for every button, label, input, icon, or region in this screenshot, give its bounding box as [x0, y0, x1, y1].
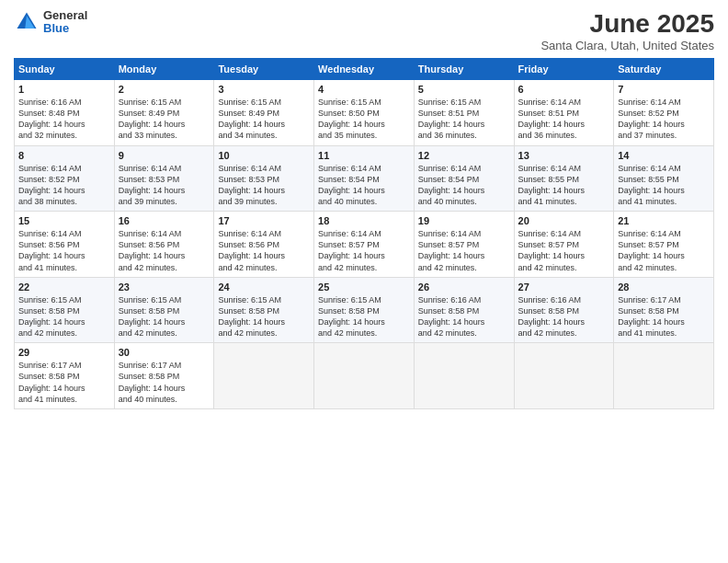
calendar-cell: 18Sunrise: 6:14 AMSunset: 8:57 PMDayligh… — [314, 212, 415, 278]
main-title: June 2025 — [540, 9, 714, 39]
calendar-cell: 29Sunrise: 6:17 AMSunset: 8:58 PMDayligh… — [15, 343, 115, 409]
calendar-cell: 5Sunrise: 6:15 AMSunset: 8:51 PMDaylight… — [414, 80, 514, 146]
day-number: 5 — [418, 84, 510, 95]
header-row: Sunday Monday Tuesday Wednesday Thursday… — [15, 59, 714, 80]
calendar-cell: 30Sunrise: 6:17 AMSunset: 8:58 PMDayligh… — [114, 343, 214, 409]
subtitle: Santa Clara, Utah, United States — [540, 39, 714, 52]
day-info: Sunrise: 6:14 AMSunset: 8:57 PMDaylight:… — [618, 228, 710, 273]
calendar-cell: 3Sunrise: 6:15 AMSunset: 8:49 PMDaylight… — [214, 80, 314, 146]
page: General Blue June 2025 Santa Clara, Utah… — [0, 0, 728, 563]
day-info: Sunrise: 6:17 AMSunset: 8:58 PMDaylight:… — [119, 360, 210, 405]
day-info: Sunrise: 6:16 AMSunset: 8:58 PMDaylight:… — [518, 294, 610, 339]
day-number: 13 — [518, 150, 610, 161]
calendar-cell: 27Sunrise: 6:16 AMSunset: 8:58 PMDayligh… — [514, 277, 614, 343]
day-number: 8 — [18, 150, 110, 161]
day-number: 26 — [418, 282, 510, 293]
calendar-cell: 7Sunrise: 6:14 AMSunset: 8:52 PMDaylight… — [614, 80, 714, 146]
day-info: Sunrise: 6:14 AMSunset: 8:55 PMDaylight:… — [518, 163, 610, 208]
day-number: 3 — [218, 84, 310, 95]
calendar-body: 1Sunrise: 6:16 AMSunset: 8:48 PMDaylight… — [15, 80, 714, 409]
day-info: Sunrise: 6:15 AMSunset: 8:58 PMDaylight:… — [318, 294, 410, 339]
day-info: Sunrise: 6:14 AMSunset: 8:57 PMDaylight:… — [418, 228, 510, 273]
logo-text: General Blue — [43, 9, 87, 36]
day-number: 21 — [618, 215, 710, 226]
day-number: 6 — [518, 84, 610, 95]
calendar-cell — [414, 343, 514, 409]
calendar-cell: 6Sunrise: 6:14 AMSunset: 8:51 PMDaylight… — [514, 80, 614, 146]
day-number: 22 — [18, 282, 110, 293]
col-friday: Friday — [514, 59, 614, 80]
day-info: Sunrise: 6:14 AMSunset: 8:56 PMDaylight:… — [119, 228, 210, 273]
day-info: Sunrise: 6:14 AMSunset: 8:54 PMDaylight:… — [318, 163, 410, 208]
day-info: Sunrise: 6:14 AMSunset: 8:53 PMDaylight:… — [218, 163, 310, 208]
day-info: Sunrise: 6:15 AMSunset: 8:49 PMDaylight:… — [218, 97, 310, 142]
col-saturday: Saturday — [614, 59, 714, 80]
day-info: Sunrise: 6:14 AMSunset: 8:57 PMDaylight:… — [318, 228, 410, 273]
calendar-table: Sunday Monday Tuesday Wednesday Thursday… — [14, 58, 714, 409]
day-number: 7 — [618, 84, 710, 95]
calendar-cell: 8Sunrise: 6:14 AMSunset: 8:52 PMDaylight… — [15, 145, 115, 212]
day-number: 10 — [218, 150, 310, 161]
calendar-week-5: 29Sunrise: 6:17 AMSunset: 8:58 PMDayligh… — [15, 343, 714, 409]
day-info: Sunrise: 6:14 AMSunset: 8:52 PMDaylight:… — [618, 97, 710, 142]
logo-icon — [14, 9, 40, 35]
day-info: Sunrise: 6:14 AMSunset: 8:52 PMDaylight:… — [18, 163, 110, 208]
day-info: Sunrise: 6:15 AMSunset: 8:58 PMDaylight:… — [18, 294, 110, 339]
day-number: 25 — [318, 282, 410, 293]
calendar-cell: 23Sunrise: 6:15 AMSunset: 8:58 PMDayligh… — [114, 277, 214, 343]
calendar-cell — [614, 343, 714, 409]
title-block: June 2025 Santa Clara, Utah, United Stat… — [540, 9, 714, 52]
calendar-week-1: 1Sunrise: 6:16 AMSunset: 8:48 PMDaylight… — [15, 80, 714, 146]
day-number: 11 — [318, 150, 410, 161]
day-number: 23 — [119, 282, 210, 293]
logo: General Blue — [14, 9, 87, 36]
day-info: Sunrise: 6:14 AMSunset: 8:51 PMDaylight:… — [518, 97, 610, 142]
day-number: 4 — [318, 84, 410, 95]
day-number: 14 — [618, 150, 710, 161]
calendar-cell: 19Sunrise: 6:14 AMSunset: 8:57 PMDayligh… — [414, 212, 514, 278]
day-info: Sunrise: 6:17 AMSunset: 8:58 PMDaylight:… — [618, 294, 710, 339]
day-number: 15 — [18, 215, 110, 226]
logo-general-text: General — [43, 9, 87, 22]
day-number: 30 — [119, 347, 210, 358]
calendar-cell — [514, 343, 614, 409]
day-info: Sunrise: 6:14 AMSunset: 8:56 PMDaylight:… — [18, 228, 110, 273]
calendar-cell: 1Sunrise: 6:16 AMSunset: 8:48 PMDaylight… — [15, 80, 115, 146]
col-tuesday: Tuesday — [214, 59, 314, 80]
col-thursday: Thursday — [414, 59, 514, 80]
day-number: 1 — [18, 84, 110, 95]
day-number: 16 — [119, 215, 210, 226]
calendar-cell: 16Sunrise: 6:14 AMSunset: 8:56 PMDayligh… — [114, 212, 214, 278]
svg-marker-1 — [25, 16, 35, 29]
day-info: Sunrise: 6:14 AMSunset: 8:53 PMDaylight:… — [119, 163, 210, 208]
day-number: 29 — [18, 347, 110, 358]
day-info: Sunrise: 6:15 AMSunset: 8:58 PMDaylight:… — [119, 294, 210, 339]
day-info: Sunrise: 6:14 AMSunset: 8:54 PMDaylight:… — [418, 163, 510, 208]
calendar-cell: 14Sunrise: 6:14 AMSunset: 8:55 PMDayligh… — [614, 145, 714, 212]
col-sunday: Sunday — [15, 59, 115, 80]
header: General Blue June 2025 Santa Clara, Utah… — [14, 9, 714, 52]
day-number: 12 — [418, 150, 510, 161]
calendar-cell: 4Sunrise: 6:15 AMSunset: 8:50 PMDaylight… — [314, 80, 415, 146]
day-number: 17 — [218, 215, 310, 226]
calendar-cell: 13Sunrise: 6:14 AMSunset: 8:55 PMDayligh… — [514, 145, 614, 212]
day-number: 28 — [618, 282, 710, 293]
day-info: Sunrise: 6:15 AMSunset: 8:49 PMDaylight:… — [119, 97, 210, 142]
calendar-cell: 24Sunrise: 6:15 AMSunset: 8:58 PMDayligh… — [214, 277, 314, 343]
calendar-cell: 21Sunrise: 6:14 AMSunset: 8:57 PMDayligh… — [614, 212, 714, 278]
col-wednesday: Wednesday — [314, 59, 415, 80]
day-info: Sunrise: 6:14 AMSunset: 8:57 PMDaylight:… — [518, 228, 610, 273]
calendar-week-4: 22Sunrise: 6:15 AMSunset: 8:58 PMDayligh… — [15, 277, 714, 343]
calendar-week-3: 15Sunrise: 6:14 AMSunset: 8:56 PMDayligh… — [15, 212, 714, 278]
calendar-cell: 2Sunrise: 6:15 AMSunset: 8:49 PMDaylight… — [114, 80, 214, 146]
calendar-cell: 17Sunrise: 6:14 AMSunset: 8:56 PMDayligh… — [214, 212, 314, 278]
calendar-cell — [314, 343, 415, 409]
day-info: Sunrise: 6:16 AMSunset: 8:58 PMDaylight:… — [418, 294, 510, 339]
calendar-cell: 12Sunrise: 6:14 AMSunset: 8:54 PMDayligh… — [414, 145, 514, 212]
day-info: Sunrise: 6:16 AMSunset: 8:48 PMDaylight:… — [18, 97, 110, 142]
day-number: 2 — [119, 84, 210, 95]
day-number: 9 — [119, 150, 210, 161]
calendar-cell: 22Sunrise: 6:15 AMSunset: 8:58 PMDayligh… — [15, 277, 115, 343]
day-number: 20 — [518, 215, 610, 226]
calendar-cell: 25Sunrise: 6:15 AMSunset: 8:58 PMDayligh… — [314, 277, 415, 343]
